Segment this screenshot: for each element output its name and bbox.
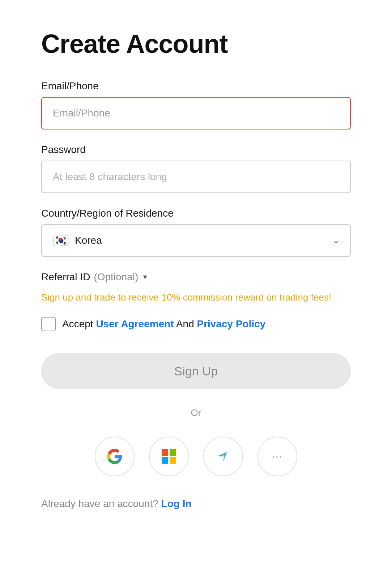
referral-toggle-icon[interactable]: ▼ xyxy=(142,273,148,281)
country-label: Country/Region of Residence xyxy=(41,208,351,219)
or-line-left xyxy=(41,413,184,413)
page-title: Create Account xyxy=(41,29,351,59)
chevron-down-icon: ⌄ xyxy=(333,236,339,245)
login-link[interactable]: Log In xyxy=(161,498,192,509)
accept-text: Accept User Agreement And Privacy Policy xyxy=(62,318,265,330)
social-buttons-row: ··· xyxy=(41,437,351,476)
or-divider: Or xyxy=(41,407,351,418)
country-select[interactable]: 🇰🇷 Korea ⌄ xyxy=(41,224,351,257)
google-icon xyxy=(107,449,122,464)
more-options-button[interactable]: ··· xyxy=(257,437,297,476)
or-text: Or xyxy=(191,407,201,418)
email-input[interactable] xyxy=(41,97,351,129)
more-icon: ··· xyxy=(272,451,282,462)
telegram-icon xyxy=(216,449,231,464)
microsoft-icon xyxy=(162,449,176,464)
country-value: Korea xyxy=(75,235,333,246)
referral-label: Referral ID xyxy=(41,271,90,283)
promo-text: Sign up and trade to receive 10% commiss… xyxy=(41,291,351,304)
accept-row: Accept User Agreement And Privacy Policy xyxy=(41,317,351,331)
privacy-policy-link[interactable]: Privacy Policy xyxy=(197,318,266,329)
user-agreement-link-text[interactable]: User Agreement xyxy=(96,318,174,329)
email-label: Email/Phone xyxy=(41,80,351,92)
password-label: Password xyxy=(41,144,351,156)
create-account-form: Email/Phone Password Country/Region of R… xyxy=(41,80,351,510)
korea-flag-icon: 🇰🇷 xyxy=(53,233,69,248)
password-input[interactable] xyxy=(41,161,351,193)
referral-optional: (Optional) xyxy=(94,271,138,283)
accept-checkbox[interactable] xyxy=(41,317,56,331)
or-line-right xyxy=(208,413,351,413)
referral-row: Referral ID (Optional) ▼ xyxy=(41,271,351,283)
login-row: Already have an account? Log In xyxy=(41,498,351,510)
google-login-button[interactable] xyxy=(95,437,135,476)
telegram-login-button[interactable] xyxy=(203,437,243,476)
already-text: Already have an account? xyxy=(41,498,158,509)
signup-button[interactable]: Sign Up xyxy=(41,353,351,389)
microsoft-login-button[interactable] xyxy=(149,437,189,476)
